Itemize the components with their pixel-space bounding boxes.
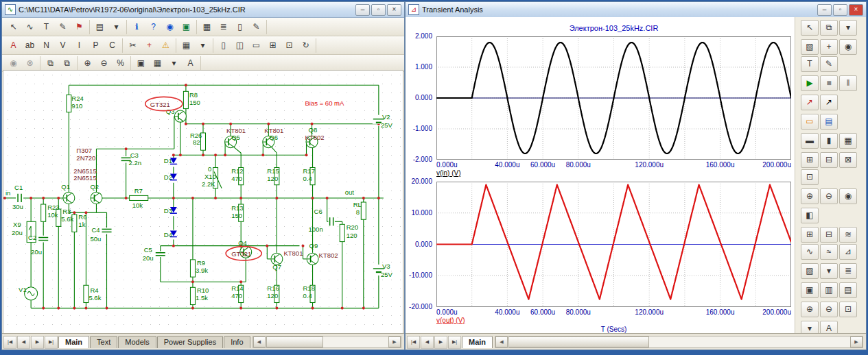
tab-scroll-button-2[interactable]: ▶	[434, 336, 447, 349]
chart1-plot-area[interactable]	[436, 36, 791, 160]
zoom-box-dropdown-icon[interactable]: ▾	[839, 20, 857, 36]
tab-scroll-button-0[interactable]: |◀	[407, 336, 420, 349]
resistor[interactable]	[361, 202, 366, 219]
palette-dropdown-icon[interactable]: ▾	[820, 263, 838, 279]
component-label[interactable]: 470	[231, 175, 242, 182]
condition-display-icon[interactable]: C	[104, 38, 120, 53]
sheet-icon[interactable]: ▯	[232, 20, 248, 34]
component-label[interactable]: R17	[303, 167, 315, 175]
wire-mode-icon[interactable]: ∿	[22, 20, 38, 34]
component-label[interactable]: Q6	[269, 134, 278, 141]
component-label[interactable]: R3	[62, 208, 71, 215]
restore-button[interactable]: ▫	[833, 4, 847, 16]
component-label[interactable]: 20u	[143, 254, 154, 262]
refresh-icon[interactable]: ↻	[298, 38, 314, 53]
component-label[interactable]: C1	[14, 184, 23, 191]
resistor[interactable]	[41, 204, 46, 221]
component-label[interactable]: 150	[189, 98, 200, 106]
component-label[interactable]: 20u	[12, 229, 23, 236]
text-mode-icon[interactable]: T	[801, 56, 819, 72]
both-axes-icon[interactable]: ▦	[839, 133, 857, 149]
component-label[interactable]: X10	[204, 173, 216, 180]
edit-icon[interactable]: ✎	[820, 56, 838, 72]
component-label[interactable]: 50u	[90, 235, 101, 243]
resistor[interactable]	[190, 260, 195, 277]
pages-icon[interactable]: ⧉	[820, 20, 838, 36]
grid-2-icon[interactable]: ⊟	[820, 152, 838, 168]
component-label[interactable]: R13	[231, 204, 243, 212]
camera-icon[interactable]: ▣	[133, 56, 149, 71]
scroll-thumb[interactable]	[266, 336, 324, 347]
schematic-titlebar[interactable]: ∿ C:\MC11\DATA\Petrov\R1972-06\original\…	[2, 2, 404, 18]
component-label[interactable]: 3.9k	[196, 267, 208, 274]
capacitor[interactable]	[38, 236, 49, 242]
picker-dropdown-icon[interactable]: ▾	[108, 20, 124, 34]
component-label[interactable]: R6	[78, 213, 86, 221]
palette-icon[interactable]: ▨	[801, 263, 819, 279]
resistor[interactable]	[340, 224, 344, 241]
component-label[interactable]: 2N6515	[73, 174, 96, 182]
zoom-out-icon[interactable]: ⊖	[96, 56, 112, 71]
zoom-out-icon[interactable]: ⊖	[820, 188, 838, 204]
data-points-icon[interactable]: ▭	[801, 114, 819, 130]
minimize-button[interactable]: –	[817, 4, 832, 16]
cross-probe-icon[interactable]: +	[141, 38, 157, 53]
grid-3-icon[interactable]: ⊠	[839, 152, 857, 168]
component-label[interactable]: R14	[231, 284, 244, 292]
edit-sheet-icon[interactable]: ✎	[248, 20, 264, 34]
component-label[interactable]: 25V	[381, 271, 393, 278]
component-label[interactable]: Q4	[238, 239, 247, 247]
component-label[interactable]: R10	[197, 286, 209, 294]
box-dropdown-icon[interactable]: ▾	[166, 56, 182, 71]
component-label[interactable]: 0	[208, 164, 211, 172]
align-cycles-icon[interactable]: ⊞	[801, 227, 819, 243]
component-label[interactable]: in	[5, 189, 10, 197]
transient-titlebar[interactable]: ⊿ Transient Analysis –▫×	[406, 2, 866, 18]
flag-mode-icon[interactable]: ⚑	[71, 20, 87, 34]
component-label[interactable]: R4	[90, 286, 99, 294]
node-numbers-icon[interactable]: N	[38, 38, 54, 53]
rows-icon[interactable]: ▤	[839, 282, 857, 298]
schematic-canvas[interactable]: R24910R8150GT321Q3Bias = 60 mAR2682KT801…	[3, 70, 403, 334]
component-label[interactable]: R15	[267, 167, 279, 175]
zoom-window-icon[interactable]: ◉	[839, 188, 857, 204]
tab-scroll-button-1[interactable]: ◀	[421, 336, 434, 349]
tag-fall-icon[interactable]: ↗	[820, 95, 838, 110]
component-label[interactable]: KT802	[319, 252, 338, 259]
chart2-plot-area[interactable]	[436, 182, 791, 307]
horizontal-scrollbar[interactable]: ◀ ▶	[253, 336, 401, 348]
component-label[interactable]: R7	[134, 187, 143, 195]
tab-info[interactable]: Info	[224, 336, 250, 348]
component-label[interactable]: out	[345, 188, 355, 196]
component-label[interactable]: 0.4	[303, 175, 313, 182]
resistor[interactable]	[84, 285, 89, 302]
tokens-icon[interactable]: ▤	[820, 114, 838, 130]
component-label[interactable]: 8	[356, 208, 360, 216]
component-label[interactable]: R12	[231, 167, 243, 175]
grid-icon[interactable]: ▦	[199, 20, 215, 34]
component-label[interactable]: Q8	[309, 126, 318, 134]
component-label[interactable]: C2	[28, 234, 36, 241]
waveform-smooth-icon[interactable]: ≈	[820, 244, 838, 260]
component-label[interactable]: 1k	[78, 221, 85, 228]
component-label[interactable]: V2	[382, 113, 390, 121]
scroll-left-icon[interactable]: ◀	[495, 336, 508, 347]
font-icon[interactable]: A	[183, 56, 198, 71]
component-label[interactable]: KT802	[305, 134, 325, 141]
stop-nav-icon[interactable]: ⊗	[22, 56, 38, 71]
vout-series-label[interactable]: v(out) (V)	[436, 317, 465, 324]
node-voltages-icon[interactable]: V	[55, 38, 71, 53]
tab-main[interactable]: Main	[58, 336, 89, 348]
list-icon[interactable]: ≣	[215, 20, 231, 34]
component-label[interactable]: R20	[347, 223, 358, 231]
copy-icon[interactable]: ⧉	[43, 56, 58, 71]
border-icon[interactable]: ▭	[248, 38, 264, 53]
back-icon[interactable]: ◉	[5, 56, 21, 71]
component-label[interactable]: 30u	[12, 203, 23, 210]
component-label[interactable]: Q2	[90, 183, 99, 191]
link-icon[interactable]: ▣	[178, 20, 194, 34]
component-label[interactable]: R18	[303, 284, 315, 292]
copy-sheet-icon[interactable]: ◫	[232, 38, 248, 53]
component-label[interactable]: 470	[231, 292, 242, 299]
zoom-fit-icon[interactable]: ⊡	[839, 302, 857, 317]
